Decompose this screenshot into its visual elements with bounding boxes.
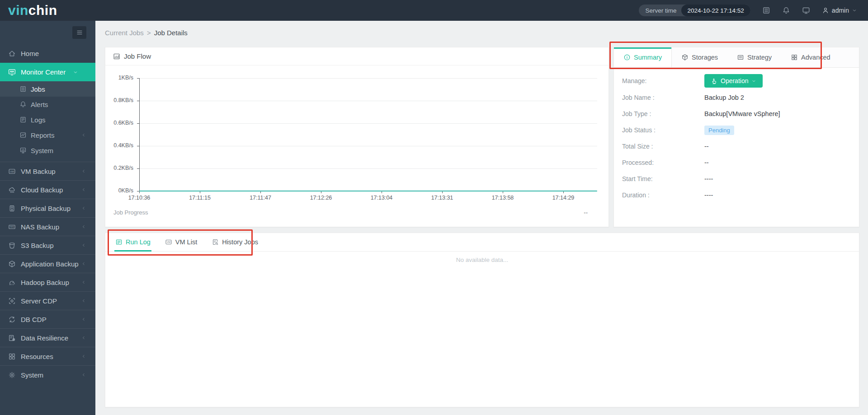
console-display-icon[interactable] <box>802 6 810 14</box>
summary-row: Start Time: ---- <box>614 171 859 187</box>
job-flow-chart: 1KB/s0.8KB/s0.6KB/s0.4KB/s0.2KB/s0KB/s 1… <box>105 65 609 209</box>
sidebar-item-home[interactable]: Home <box>0 44 95 63</box>
sidebar-item-logs[interactable]: Logs <box>0 112 95 127</box>
sidebar-toggle-button[interactable] <box>72 26 86 39</box>
history-jobs-icon <box>212 238 219 246</box>
breadcrumb-job-details: Job Details <box>154 29 188 37</box>
chevron-left-icon <box>81 132 86 138</box>
y-axis-label: 1KB/s <box>105 75 133 81</box>
logs-icon <box>19 116 27 123</box>
summary-row: Job Type : Backup[VMware vSphere] <box>614 106 859 122</box>
job-flow-header: Job Flow <box>105 47 609 65</box>
svg-text:VM: VM <box>167 241 171 243</box>
vm-list-icon: VM <box>165 238 172 246</box>
storages-icon <box>681 54 689 61</box>
hamburger-icon <box>76 29 83 36</box>
summary-rows: Job Name : Backup Job 2 Job Type : Backu… <box>614 89 859 203</box>
job-flow-title: Job Flow <box>124 52 151 60</box>
chevron-left-icon <box>81 354 86 359</box>
y-axis-label: 0.2KB/s <box>105 165 133 171</box>
x-axis-label: 17:14:29 <box>552 195 575 201</box>
chevron-left-icon <box>81 205 86 211</box>
sidebar-item-server-cdp[interactable]: Server CDP <box>0 291 95 310</box>
home-icon <box>8 50 16 57</box>
username: admin <box>832 7 849 14</box>
sidebar-item-reports[interactable]: Reports <box>0 127 95 143</box>
sidebar-item-monitor-system[interactable]: System <box>0 143 95 158</box>
svg-text:VM: VM <box>10 170 14 173</box>
sidebar-collapse-row <box>0 21 95 44</box>
x-axis-label: 17:11:47 <box>250 195 271 201</box>
x-axis-label: 17:11:15 <box>189 195 211 201</box>
breadcrumb-current-jobs[interactable]: Current Jobs <box>105 29 144 37</box>
job-logs-panel: Run Log VM VM List History Jobs No avail… <box>105 233 859 407</box>
data-resilience-icon <box>8 334 16 342</box>
tab-advanced[interactable]: Advanced <box>781 47 840 67</box>
tab-history-jobs[interactable]: History Jobs <box>211 238 259 252</box>
job-progress-value: -- <box>584 209 588 216</box>
chevron-left-icon <box>81 298 86 303</box>
tab-summary[interactable]: Summary <box>614 47 672 67</box>
chevron-left-icon <box>81 280 86 285</box>
y-axis-label: 0.8KB/s <box>105 97 133 103</box>
tab-storages[interactable]: Storages <box>672 47 727 67</box>
chevron-down-icon <box>751 79 756 84</box>
system-gear-icon <box>8 371 16 379</box>
summary-row: Total Size : -- <box>614 138 859 154</box>
info-icon <box>623 54 631 61</box>
sidebar-item-vm-backup[interactable]: VM VM Backup <box>0 162 95 180</box>
operation-button[interactable]: Operation <box>704 74 763 88</box>
tab-run-log[interactable]: Run Log <box>114 238 151 252</box>
reports-icon <box>19 131 27 139</box>
breadcrumb-separator: > <box>147 29 151 37</box>
vinchin-backup-app: vinchin Server time 2024-10-22 17:14:52 … <box>0 0 868 415</box>
nas-backup-icon: NAS <box>8 223 16 231</box>
sidebar-item-cloud-backup[interactable]: Cloud Backup <box>0 180 95 199</box>
sidebar-item-data-resilience[interactable]: Data Resilience <box>0 328 95 347</box>
y-axis-label: 0.6KB/s <box>105 120 133 126</box>
log-tabs: Run Log VM VM List History Jobs <box>105 233 859 252</box>
manage-row: Manage: Operation <box>622 74 859 88</box>
y-axis-label: 0.4KB/s <box>105 142 133 149</box>
chevron-down-icon <box>73 70 78 75</box>
sidebar-item-s3-backup[interactable]: S3 Backup <box>0 236 95 254</box>
server-time-label: Server time <box>645 7 676 14</box>
x-axis-label: 17:10:36 <box>128 195 151 201</box>
notifications-bell-icon[interactable] <box>782 6 790 14</box>
sidebar-item-hadoop-backup[interactable]: Hadoop Backup <box>0 273 95 291</box>
chevron-left-icon <box>81 335 86 340</box>
db-cdp-icon <box>8 316 16 323</box>
sidebar-item-physical-backup[interactable]: Physical Backup <box>0 199 95 217</box>
tab-vm-list[interactable]: VM VM List <box>164 238 198 252</box>
x-axis-label: 17:13:58 <box>492 195 514 201</box>
vinchin-logo[interactable]: vinchin <box>8 3 57 18</box>
report-list-icon[interactable] <box>762 6 770 14</box>
tab-strategy[interactable]: Strategy <box>727 47 781 67</box>
sidebar: Home Monitor Center Jobs Alerts Logs <box>0 21 95 415</box>
manage-label: Manage: <box>622 77 704 84</box>
user-menu[interactable]: admin <box>822 7 857 14</box>
summary-row: Processed: -- <box>614 154 859 171</box>
application-backup-icon <box>8 260 16 268</box>
empty-data-text: No available data... <box>105 256 859 263</box>
advanced-icon <box>791 54 798 61</box>
x-axis-label: 17:13:31 <box>431 195 453 201</box>
job-progress-row: Job Progress -- <box>113 209 588 216</box>
sidebar-item-application-backup[interactable]: Application Backup <box>0 254 95 273</box>
sidebar-item-db-cdp[interactable]: DB CDP <box>0 310 95 328</box>
sidebar-item-alerts[interactable]: Alerts <box>0 97 95 112</box>
sidebar-item-nas-backup[interactable]: NAS NAS Backup <box>0 217 95 236</box>
vm-backup-icon: VM <box>8 168 16 175</box>
sidebar-item-resources[interactable]: Resources <box>0 347 95 365</box>
user-icon <box>822 7 829 14</box>
resources-icon <box>8 353 16 360</box>
server-time-value: 2024-10-22 17:14:52 <box>681 5 750 16</box>
chevron-left-icon <box>81 261 86 266</box>
x-axis-label: 17:12:26 <box>310 195 332 201</box>
server-cdp-icon <box>8 297 16 305</box>
sidebar-item-system[interactable]: System <box>0 365 95 384</box>
summary-row: Duration : ---- <box>614 187 859 203</box>
sidebar-item-jobs[interactable]: Jobs <box>0 81 95 97</box>
sidebar-item-monitor-center[interactable]: Monitor Center <box>0 63 95 81</box>
cloud-backup-icon <box>8 186 16 194</box>
